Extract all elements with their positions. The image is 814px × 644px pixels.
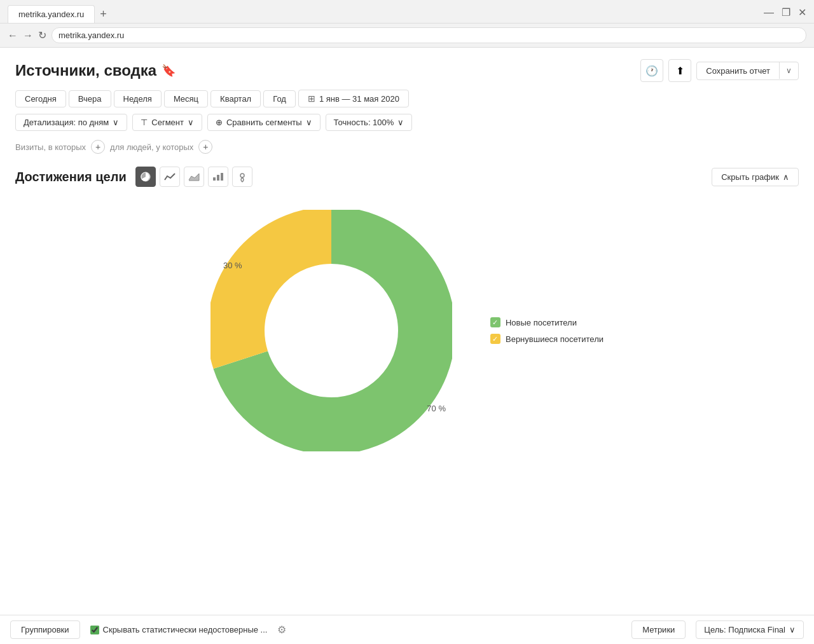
reload-button[interactable]: ↻ [38, 29, 46, 41]
svg-point-7 [291, 290, 372, 371]
compare-icon: ⊕ [216, 118, 223, 127]
add-people-condition-button[interactable]: + [198, 140, 212, 154]
period-today[interactable]: Сегодня [15, 90, 66, 107]
save-report-button[interactable]: Сохранить отчет ∨ [696, 62, 799, 80]
area-icon [188, 172, 200, 181]
add-visit-condition-button[interactable]: + [91, 140, 105, 154]
maximize-button[interactable]: ❐ [782, 8, 790, 18]
url-input[interactable] [52, 27, 806, 43]
legend-label-returning: Вернувшиеся посетители [506, 334, 604, 344]
donut-svg [210, 210, 452, 451]
chart-type-pie[interactable] [135, 167, 156, 187]
detail-label: Детализация: по дням [24, 118, 109, 127]
accuracy-filter[interactable]: Точность: 100% ∨ [326, 114, 413, 131]
chart-type-area[interactable] [184, 167, 204, 187]
page-header: Источники, сводка 🔖 🕐 ⬆ Сохранить отчет … [15, 48, 799, 90]
accuracy-arrow: ∨ [397, 118, 404, 127]
page-title: Источники, сводка [15, 62, 156, 79]
bookmark-icon[interactable]: 🔖 [162, 64, 176, 78]
legend-color-new: ✓ [490, 317, 500, 327]
compare-filter[interactable]: ⊕ Сравнить сегменты ∨ [207, 114, 321, 131]
visits-label: Визиты, в которых [15, 142, 86, 152]
header-actions: 🕐 ⬆ Сохранить отчет ∨ [640, 59, 799, 82]
save-report-arrow: ∨ [779, 62, 798, 79]
svg-rect-1 [213, 177, 216, 181]
history-icon: 🕐 [645, 65, 658, 77]
period-yesterday[interactable]: Вчера [69, 90, 111, 107]
chart-type-buttons [135, 167, 252, 187]
hide-graph-label: Скрыть график [721, 172, 779, 182]
svg-rect-2 [217, 175, 219, 181]
percent-label-30: 30 % [223, 261, 242, 270]
history-button[interactable]: 🕐 [640, 59, 663, 82]
svg-rect-3 [221, 173, 223, 181]
chart-legend: ✓ Новые посетители ✓ Вернувшиеся посетит… [490, 317, 604, 344]
period-range-label: 1 янв — 31 мая 2020 [319, 94, 399, 104]
close-button[interactable]: ✕ [798, 8, 806, 18]
period-year[interactable]: Год [263, 90, 296, 107]
share-button[interactable]: ⬆ [668, 59, 691, 82]
map-icon [237, 171, 248, 182]
segment-label: Сегмент [151, 118, 184, 127]
chart-title: Достижения цели [15, 170, 127, 184]
accuracy-label: Точность: 100% [334, 118, 394, 127]
bottom-bar: Группировки Скрывать статистически недос… [0, 615, 814, 620]
segment-filter[interactable]: ⊤ Сегмент ∨ [132, 114, 202, 131]
pie-icon [140, 171, 151, 182]
compare-label: Сравнить сегменты [226, 118, 302, 127]
legend-item-returning: ✓ Вернувшиеся посетители [490, 334, 604, 344]
period-week[interactable]: Неделя [114, 90, 162, 107]
segment-icon: ⊤ [141, 118, 148, 127]
compare-arrow: ∨ [306, 118, 312, 127]
chart-container: 30 % 70 % ✓ Новые посетители ✓ Вернувшие… [15, 197, 799, 464]
legend-label-new: Новые посетители [506, 318, 577, 327]
detail-arrow: ∨ [113, 118, 119, 127]
chart-title-area: Достижения цели [15, 167, 252, 187]
hide-graph-button[interactable]: Скрыть график ∧ [712, 168, 799, 186]
page-title-area: Источники, сводка 🔖 [15, 62, 176, 79]
forward-button[interactable]: → [23, 30, 33, 41]
legend-item-new: ✓ Новые посетители [490, 317, 604, 327]
bar-icon [212, 172, 224, 181]
save-report-label: Сохранить отчет [697, 62, 779, 79]
svg-point-4 [240, 174, 244, 177]
period-quarter[interactable]: Квартал [210, 90, 261, 107]
browser-tab[interactable]: metrika.yandex.ru [8, 5, 95, 23]
segment-arrow: ∨ [188, 118, 194, 127]
chart-type-line[interactable] [160, 167, 180, 187]
percent-label-70: 70 % [427, 404, 446, 413]
donut-chart: 30 % 70 % [210, 210, 452, 451]
detail-filter[interactable]: Детализация: по дням ∨ [15, 114, 127, 131]
minimize-button[interactable]: — [764, 8, 774, 18]
chart-type-map[interactable] [232, 167, 252, 187]
chart-section-header: Достижения цели [15, 167, 799, 187]
hide-graph-arrow: ∧ [783, 172, 789, 182]
people-label: для людей, у которых [110, 142, 193, 152]
legend-color-returning: ✓ [490, 334, 500, 344]
period-month[interactable]: Месяц [164, 90, 208, 107]
line-icon [164, 172, 176, 181]
calendar-icon: ⊞ [308, 93, 315, 104]
conditions-row: Визиты, в которых + для людей, у которых… [15, 140, 799, 154]
chart-type-bar[interactable] [208, 167, 228, 187]
period-range-button[interactable]: ⊞ 1 янв — 31 мая 2020 [298, 90, 409, 107]
share-icon: ⬆ [676, 65, 684, 77]
period-row: Сегодня Вчера Неделя Месяц Квартал Год ⊞… [15, 90, 799, 107]
add-tab-button[interactable]: + [100, 8, 107, 21]
filter-row: Детализация: по дням ∨ ⊤ Сегмент ∨ ⊕ Сра… [15, 114, 799, 131]
back-button[interactable]: ← [8, 30, 18, 41]
tab-label: metrika.yandex.ru [18, 10, 84, 19]
